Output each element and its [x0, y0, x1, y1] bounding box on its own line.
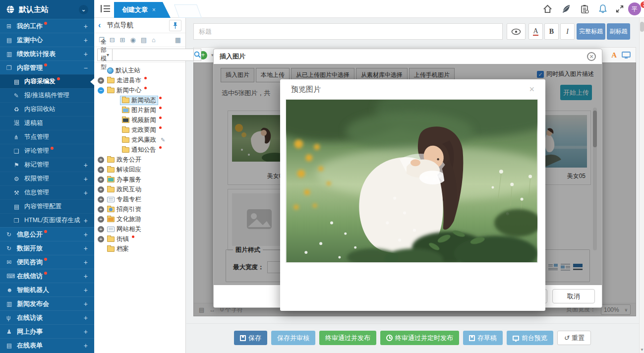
tree-tool-icon[interactable]: ⊞ — [120, 36, 125, 44]
sidebar-collapse-icon[interactable]: ⌄ — [79, 5, 88, 14]
tree-expander[interactable]: + — [98, 206, 104, 213]
sidebar-item[interactable]: ⚑ 标记管理 + — [0, 158, 94, 172]
tree-node[interactable]: + 政民互动 ✎ — [94, 184, 185, 194]
pin-button[interactable] — [169, 20, 181, 31]
subtitle-button[interactable]: 副标题 — [607, 23, 630, 40]
monitor-icon[interactable] — [622, 52, 631, 59]
tree-node-body[interactable]: 通知公告 — [120, 145, 158, 155]
expand-indicator[interactable]: + — [84, 314, 88, 322]
tree-node-body[interactable]: 档案 — [105, 244, 131, 254]
sidebar-item[interactable]: ▤ 监测中心 + — [0, 33, 94, 47]
action-button[interactable]: 存草稿 — [463, 331, 503, 345]
tree-node[interactable]: + 街镇 ✎ — [94, 234, 185, 244]
user-avatar[interactable]: 平 — [628, 2, 641, 15]
tree-node[interactable]: + 走进县市 ✎ — [94, 75, 185, 85]
sidebar-item[interactable]: ▥ 新闻发布会 + — [0, 296, 94, 310]
expand-indicator[interactable]: + — [84, 342, 88, 350]
sidebar-item[interactable]: ✉ 便民咨询 + — [0, 255, 94, 269]
tree-node-body[interactable]: 党政要闻 — [120, 125, 158, 135]
clipboard-icon[interactable] — [579, 3, 590, 14]
sidebar-item[interactable]: ♻ 内容回收站 — [0, 102, 94, 116]
sidebar-item[interactable]: ▤ 在线表单 + — [0, 338, 94, 352]
panel-collapse-icon[interactable]: ‹ — [98, 21, 101, 30]
sidebar-item[interactable]: ⚙ 权限管理 + — [0, 172, 94, 185]
model-filter-select[interactable]: 全部模型 ▾ — [97, 49, 113, 61]
tree-node[interactable]: + 解读回应 ✎ — [94, 165, 185, 175]
tree-expander[interactable]: + — [98, 196, 104, 203]
tree-expander[interactable]: + — [98, 236, 104, 242]
title-italic-button[interactable]: I — [560, 23, 575, 40]
expand-indicator[interactable]: + — [84, 161, 88, 169]
sidebar-item[interactable]: ❐ 内容管理 − — [0, 60, 94, 74]
tree-tool-icon[interactable]: ▤ — [141, 36, 147, 44]
sidebar-item[interactable]: ⋔ 节点管理 — [0, 130, 94, 144]
sidebar-item[interactable]: ↻ 数据开放 + — [0, 241, 94, 255]
tree-node-body[interactable]: 办事服务 — [105, 175, 143, 184]
tree-node-body[interactable]: 新闻中心 — [105, 86, 143, 95]
preview-close-icon[interactable]: × — [529, 85, 534, 94]
expand-indicator[interactable]: + — [84, 328, 88, 336]
tree-node[interactable]: + 文化旅游 ✎ — [94, 214, 185, 224]
action-button[interactable]: 终审通过并发布 — [319, 331, 376, 345]
expand-indicator[interactable]: + — [84, 244, 88, 252]
sidebar-item[interactable]: ▥ 绩效统计报表 + — [0, 47, 94, 60]
sidebar-item[interactable]: ⚒ 信息管理 + — [0, 185, 94, 199]
tree-node[interactable]: 党政要闻 ✎ — [94, 125, 185, 135]
tree-node[interactable]: + 招商引资 ✎ — [94, 204, 185, 214]
action-button[interactable]: 保存 — [234, 331, 267, 345]
tree-node-body[interactable]: 招商引资 — [105, 205, 143, 214]
tree-tool-icon[interactable]: ▦ — [175, 36, 181, 44]
tree-node[interactable]: 通知公告 ✎ — [94, 145, 185, 155]
sidebar-item[interactable]: ❒ HTML/页面缓存生成 + — [0, 213, 94, 227]
tree-node-body[interactable]: 文化旅游 — [105, 215, 143, 224]
sidebar-item[interactable]: ↻ 信息公开 + — [0, 227, 94, 241]
tree-tool-icon[interactable]: ◉ — [130, 36, 135, 44]
dialog-header[interactable]: 插入图片 ✕ — [214, 49, 602, 64]
action-button[interactable]: 重置 — [557, 331, 591, 345]
sidebar-item[interactable]: ψ 在线访谈 + — [0, 310, 94, 324]
tree-node-body[interactable]: 走进县市 — [105, 76, 143, 85]
tree-expander[interactable]: + — [98, 157, 104, 163]
tree-expander[interactable]: + — [98, 216, 104, 223]
expand-indicator[interactable]: + — [84, 272, 88, 280]
tree-node-body[interactable]: 专题专栏 — [105, 195, 143, 204]
sidebar-item[interactable]: ▤ 内容管理配置 — [0, 199, 94, 213]
fullscreen-icon[interactable] — [614, 3, 625, 14]
tree-node-body[interactable]: 新闻动态 — [120, 96, 158, 105]
tree-expander[interactable]: + — [98, 167, 104, 173]
action-button[interactable]: 保存并审核 — [271, 331, 315, 345]
tree-node-body[interactable]: 默认主站 — [105, 66, 142, 75]
sidebar-item[interactable]: ⊞ 我的工作 + — [0, 19, 94, 33]
tree-node-body[interactable]: 网站相关 — [105, 225, 143, 234]
scrollbar-thumb[interactable] — [640, 22, 644, 32]
tree-node-body[interactable]: 街镇 — [105, 235, 131, 244]
tree-expander[interactable]: − — [98, 87, 104, 94]
tree-node-body[interactable]: 图片新闻 — [120, 106, 158, 115]
tree-expander[interactable]: + — [98, 176, 104, 183]
cancel-button[interactable]: 取消 — [552, 289, 595, 303]
sidebar-item[interactable]: ❑ 评论管理 — [0, 144, 94, 158]
sidebar-item[interactable]: ☻ 智能机器人 + — [0, 283, 94, 296]
title-bold-button[interactable]: B — [544, 23, 559, 40]
expand-indicator[interactable]: + — [84, 175, 88, 183]
expand-indicator[interactable]: + — [84, 189, 88, 197]
action-button[interactable]: 终审通过并定时发布 — [380, 331, 459, 345]
tree-node[interactable]: − 新闻中心 ✎ — [94, 85, 185, 95]
dialog-close-icon[interactable]: ✕ — [587, 52, 596, 61]
home-icon[interactable] — [542, 3, 553, 14]
expand-indicator[interactable]: + — [84, 286, 88, 294]
bell-icon[interactable]: 33 — [597, 3, 608, 14]
full-title-button[interactable]: 完整标题 — [577, 23, 605, 40]
tree-expander[interactable]: + — [98, 186, 104, 193]
tree-node-body[interactable]: 解读回应 — [105, 165, 143, 175]
tree-expander[interactable]: + — [98, 226, 104, 233]
expand-indicator[interactable]: + — [84, 258, 88, 266]
tree-node[interactable]: 图片新闻 ✎ — [94, 105, 185, 115]
tab-create-article[interactable]: 创建文章 × — [114, 2, 171, 18]
expand-indicator[interactable]: + — [84, 231, 88, 238]
action-button[interactable]: 前台预览 — [507, 331, 553, 345]
expand-indicator[interactable]: + — [84, 36, 88, 44]
scroll-down-arrow[interactable]: ▼ — [640, 348, 644, 352]
expand-indicator[interactable]: + — [84, 217, 88, 225]
sidebar-item[interactable]: 退 退稿箱 — [0, 116, 94, 130]
